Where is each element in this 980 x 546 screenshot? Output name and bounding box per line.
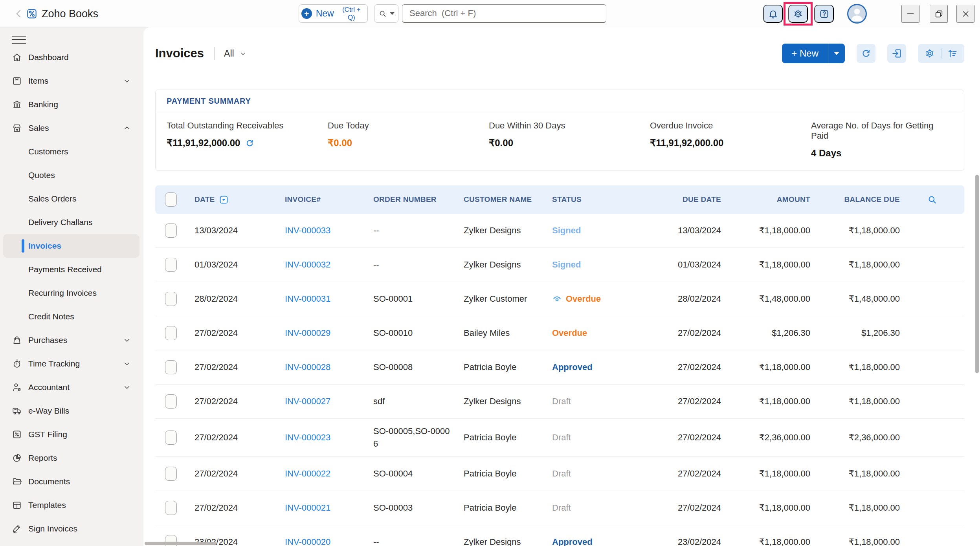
cell-customer-name: Zylker Customer [464, 294, 552, 304]
cell-status: Overdue [552, 328, 644, 338]
sidebar-item-reports[interactable]: Reports [0, 446, 143, 470]
sidebar-item-sign-invoices[interactable]: Sign Invoices [0, 517, 143, 541]
sidebar-item-payments-received[interactable]: Payments Received [0, 258, 143, 281]
app-name: Zoho Books [42, 7, 98, 20]
view-filter-dropdown[interactable]: All [224, 48, 247, 59]
invoice-link[interactable]: INV-000028 [285, 362, 330, 372]
sidebar-item-gst-filing[interactable]: GST Filing [0, 423, 143, 446]
notifications-button[interactable] [763, 5, 783, 23]
sidebar-item-quotes[interactable]: Quotes [0, 163, 143, 187]
column-invoice[interactable]: INVOICE# [285, 195, 373, 204]
invoice-link[interactable]: INV-000033 [285, 225, 330, 235]
back-arrow-icon[interactable] [13, 8, 24, 19]
refresh-button[interactable] [857, 44, 875, 63]
global-new-button[interactable]: + New (Ctrl + Q) [299, 4, 368, 23]
cell-amount: ₹2,36,000.00 [721, 432, 810, 443]
column-due-date[interactable]: DUE DATE [644, 195, 721, 204]
column-amount[interactable]: AMOUNT [721, 195, 810, 204]
hamburger-menu-icon[interactable] [12, 35, 26, 45]
column-customer-name[interactable]: CUSTOMER NAME [464, 195, 552, 204]
row-checkbox[interactable] [165, 258, 177, 272]
table-row[interactable]: 27/02/2024 INV-000023 SO-00005,SO-00006 … [155, 419, 964, 457]
cell-order-number: sdf [373, 395, 454, 408]
cell-amount: ₹1,48,000.00 [721, 294, 810, 304]
cell-order-number: SO-00004 [373, 467, 454, 480]
sidebar-item-delivery-challans[interactable]: Delivery Challans [0, 211, 143, 234]
sidebar-item-documents[interactable]: Documents [0, 470, 143, 493]
new-invoice-dropdown[interactable] [828, 44, 845, 63]
sidebar-nav: Dashboard Items Banking Sales Customers … [0, 46, 143, 541]
list-settings-button[interactable] [924, 48, 935, 59]
invoice-link[interactable]: INV-000029 [285, 328, 330, 338]
row-checkbox[interactable] [165, 394, 177, 409]
sidebar-item-templates[interactable]: Templates [0, 493, 143, 517]
sidebar-item-dashboard[interactable]: Dashboard [0, 46, 143, 69]
sidebar-item-eway-bills[interactable]: e-Way Bills [0, 399, 143, 423]
sidebar-item-sales[interactable]: Sales [0, 116, 143, 140]
sort-descending-icon[interactable] [219, 195, 229, 205]
chevron-down-icon [123, 77, 131, 85]
user-avatar[interactable] [847, 4, 867, 24]
table-row[interactable]: 27/02/2024 INV-000021 SO-00003 Patricia … [155, 491, 964, 525]
stat-due-30-days: Due Within 30 Days ₹0.00 [489, 121, 650, 159]
window-restore-button[interactable] [930, 5, 948, 23]
select-all-checkbox[interactable] [165, 192, 177, 207]
column-balance-due[interactable]: BALANCE DUE [810, 195, 900, 204]
column-order-number[interactable]: ORDER NUMBER [373, 195, 464, 204]
table-row[interactable]: 13/03/2024 INV-000033 -- Zylker Designs … [155, 214, 964, 248]
cell-customer-name: Patricia Boyle [464, 469, 552, 479]
column-date[interactable]: DATE [195, 195, 215, 204]
invoice-link[interactable]: INV-000027 [285, 396, 330, 406]
invoice-link[interactable]: INV-000032 [285, 260, 330, 269]
window-minimize-button[interactable] [901, 5, 919, 23]
sidebar-item-items[interactable]: Items [0, 69, 143, 93]
table-search-icon[interactable] [927, 194, 938, 205]
cell-balance-due: ₹1,18,000.00 [810, 260, 900, 270]
new-invoice-split-button[interactable]: + New [782, 44, 845, 63]
search-scope-select[interactable] [374, 4, 398, 23]
table-row[interactable]: 27/02/2024 INV-000022 SO-00004 Patricia … [155, 457, 964, 491]
table-row[interactable]: 27/02/2024 INV-000027 sdf Zylker Designs… [155, 385, 964, 419]
row-checkbox[interactable] [165, 431, 177, 445]
sidebar-item-banking[interactable]: Banking [0, 93, 143, 116]
sort-button[interactable] [947, 48, 958, 59]
cell-date: 27/02/2024 [195, 362, 285, 372]
vertical-scrollbar-thumb[interactable] [975, 175, 979, 373]
import-export-button[interactable] [887, 44, 906, 63]
row-checkbox[interactable] [165, 292, 177, 306]
row-checkbox[interactable] [165, 360, 177, 374]
table-row[interactable]: 27/02/2024 INV-000028 SO-00008 Patricia … [155, 350, 964, 385]
window-close-button[interactable] [956, 5, 974, 23]
sidebar-item-accountant[interactable]: Accountant [0, 376, 143, 399]
cell-balance-due: ₹1,18,000.00 [810, 396, 900, 407]
row-checkbox[interactable] [165, 326, 177, 340]
invoice-link[interactable]: INV-000031 [285, 294, 330, 304]
row-checkbox[interactable] [165, 501, 177, 515]
sidebar-item-recurring-invoices[interactable]: Recurring Invoices [0, 281, 143, 305]
invoice-link[interactable]: INV-000021 [285, 503, 330, 513]
sidebar-item-purchases[interactable]: Purchases [0, 328, 143, 352]
table-row[interactable]: 27/02/2024 INV-000029 SO-00010 Bailey Mi… [155, 316, 964, 350]
global-search-input[interactable] [402, 4, 606, 23]
row-checkbox[interactable] [165, 467, 177, 481]
sidebar-item-sales-orders[interactable]: Sales Orders [0, 187, 143, 211]
invoice-link[interactable]: INV-000023 [285, 432, 330, 442]
invoice-link[interactable]: INV-000022 [285, 469, 330, 478]
column-status[interactable]: STATUS [552, 195, 644, 204]
truck-icon [12, 406, 22, 416]
new-invoice-button[interactable]: + New [782, 44, 828, 63]
help-button[interactable] [814, 5, 834, 23]
horizontal-scrollbar-thumb[interactable] [145, 542, 216, 545]
invoice-link[interactable]: INV-000020 [285, 537, 330, 546]
table-row[interactable]: 01/03/2024 INV-000032 -- Zylker Designs … [155, 248, 964, 282]
table-row[interactable]: 23/02/2024 INV-000020 -- Zylker Designs … [155, 525, 964, 546]
import-icon [891, 48, 902, 59]
sidebar-item-credit-notes[interactable]: Credit Notes [0, 305, 143, 328]
sidebar-item-invoices[interactable]: Invoices [3, 234, 139, 258]
sidebar-item-customers[interactable]: Customers [0, 140, 143, 163]
table-row[interactable]: 28/02/2024 INV-000031 SO-00001 Zylker Cu… [155, 282, 964, 316]
sidebar-item-time-tracking[interactable]: Time Tracking [0, 352, 143, 376]
row-checkbox[interactable] [165, 224, 177, 238]
cell-customer-name: Zylker Designs [464, 260, 552, 270]
refresh-icon[interactable] [245, 138, 255, 148]
